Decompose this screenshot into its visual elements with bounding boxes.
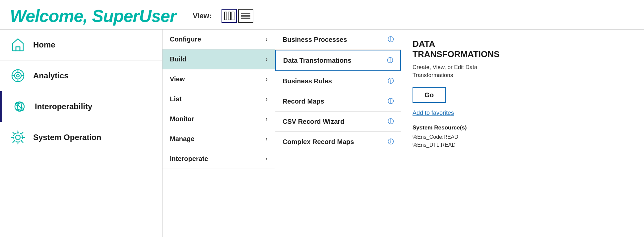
sub-menu: Business Processes ⓘ Data Transformation… <box>275 30 401 237</box>
view-toggle <box>222 9 253 23</box>
sidebar-interoperability-label: Interoperability <box>35 102 92 111</box>
menu-monitor-label: Monitor <box>170 115 194 123</box>
chevron-right-icon: › <box>266 116 268 122</box>
menu-configure-label: Configure <box>170 36 201 43</box>
sidebar: Home Analytics <box>0 30 162 237</box>
info-icon: ⓘ <box>388 97 394 105</box>
analytics-icon <box>10 68 26 84</box>
sub-menu-business-rules-label: Business Rules <box>283 77 332 85</box>
add-to-favorites-link[interactable]: Add to favorites <box>413 110 633 117</box>
sub-menu-business-processes-label: Business Processes <box>283 36 347 43</box>
sidebar-home-label: Home <box>33 40 55 49</box>
sub-menu-item-business-rules[interactable]: Business Rules ⓘ <box>275 71 401 91</box>
info-icon: ⓘ <box>388 118 394 125</box>
detail-description: Create, View, or Edit DataTransformation… <box>413 63 633 79</box>
info-icon: ⓘ <box>388 138 394 146</box>
chevron-right-icon: › <box>266 96 268 103</box>
main-layout: Home Analytics <box>0 29 644 237</box>
menu-build-label: Build <box>170 55 186 63</box>
chevron-right-icon: › <box>266 56 268 63</box>
home-icon <box>10 37 26 53</box>
info-icon: ⓘ <box>388 36 394 43</box>
system-operation-icon <box>10 129 26 145</box>
sidebar-item-home[interactable]: Home <box>0 30 162 60</box>
chevron-right-icon: › <box>266 76 268 83</box>
menu-item-view[interactable]: View › <box>162 69 275 89</box>
columns-view-button[interactable] <box>222 9 237 23</box>
menu-item-configure[interactable]: Configure › <box>162 30 275 49</box>
sidebar-analytics-label: Analytics <box>33 71 69 80</box>
menu-item-build[interactable]: Build › <box>162 49 275 69</box>
info-icon: ⓘ <box>387 56 393 64</box>
sub-menu-item-record-maps[interactable]: Record Maps ⓘ <box>275 91 401 112</box>
system-resource-item-1: %Ens_Code:READ <box>413 133 633 141</box>
list-view-button[interactable] <box>238 9 253 23</box>
menu-item-manage[interactable]: Manage › <box>162 129 275 149</box>
sidebar-item-system-operation[interactable]: System Operation <box>0 122 162 153</box>
system-resource-item-2: %Ens_DTL:READ <box>413 141 633 149</box>
menu-item-interoperate[interactable]: Interoperate › <box>162 149 275 169</box>
sub-menu-item-csv-record-wizard[interactable]: CSV Record Wizard ⓘ <box>275 112 401 132</box>
page-title: Welcome, SuperUser <box>10 6 176 26</box>
sub-menu-csv-record-wizard-label: CSV Record Wizard <box>283 118 345 125</box>
svg-point-13 <box>16 135 20 140</box>
chevron-right-icon: › <box>266 135 268 142</box>
header: Welcome, SuperUser View: <box>0 0 644 29</box>
svg-point-2 <box>15 72 21 79</box>
system-resources-title: System Resource(s) <box>413 124 633 131</box>
list-icon <box>241 13 250 19</box>
sub-menu-record-maps-label: Record Maps <box>283 98 324 105</box>
menu-manage-label: Manage <box>170 135 194 143</box>
svg-rect-0 <box>16 47 20 51</box>
sub-menu-item-business-processes[interactable]: Business Processes ⓘ <box>275 30 401 50</box>
menu-item-list[interactable]: List › <box>162 89 275 109</box>
info-icon: ⓘ <box>388 77 394 85</box>
chevron-right-icon: › <box>266 36 268 43</box>
sub-menu-item-data-transformations[interactable]: Data Transformations ⓘ <box>275 50 401 71</box>
menu-view-label: View <box>170 75 185 83</box>
menu-interoperate-label: Interoperate <box>170 155 208 163</box>
go-button[interactable]: Go <box>413 87 446 103</box>
svg-point-3 <box>17 74 19 77</box>
sidebar-system-operation-label: System Operation <box>33 133 101 142</box>
columns-icon <box>224 12 234 20</box>
menu-list-label: List <box>170 95 182 103</box>
sidebar-item-analytics[interactable]: Analytics <box>0 60 162 91</box>
sub-menu-complex-record-maps-label: Complex Record Maps <box>283 138 354 146</box>
chevron-right-icon: › <box>266 155 268 162</box>
sub-menu-data-transformations-label: Data Transformations <box>283 57 352 64</box>
sidebar-item-interoperability[interactable]: Interoperability <box>0 91 162 122</box>
menu-item-monitor[interactable]: Monitor › <box>162 109 275 129</box>
detail-panel: DATATRANSFORMATIONS Create, View, or Edi… <box>401 30 644 237</box>
middle-menu: Configure › Build › View › List › Monito… <box>162 30 275 237</box>
svg-line-12 <box>18 105 22 109</box>
detail-title: DATATRANSFORMATIONS <box>413 39 633 59</box>
view-label: View: <box>193 12 212 20</box>
sub-menu-item-complex-record-maps[interactable]: Complex Record Maps ⓘ <box>275 132 401 152</box>
interoperability-icon <box>12 99 28 115</box>
